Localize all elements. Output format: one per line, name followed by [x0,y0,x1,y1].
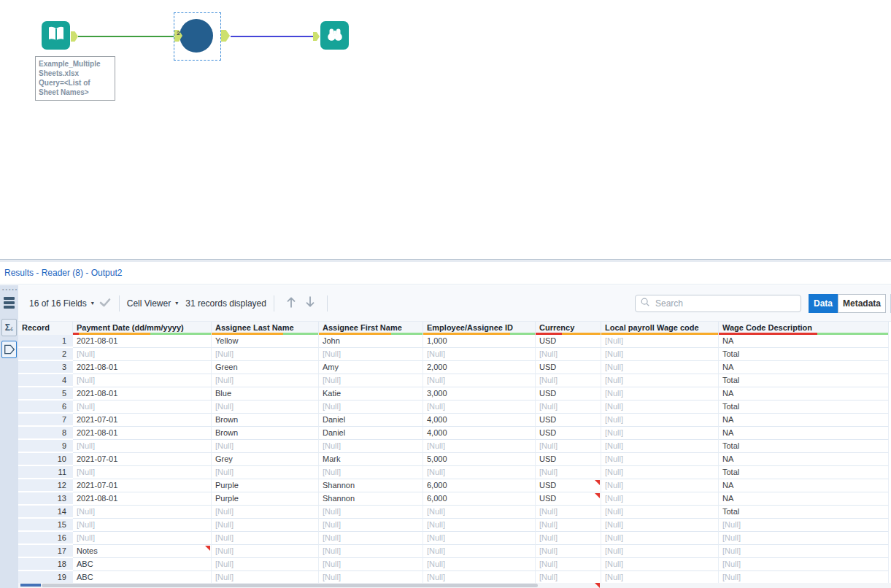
data-cell[interactable]: [Null] [319,532,423,545]
data-cell[interactable]: 2021-08-01 [73,427,212,440]
record-number-cell[interactable]: 8 [18,427,73,440]
data-cell[interactable]: [Null] [601,558,719,571]
data-cell[interactable]: NA [719,414,889,427]
connection-wire-blue[interactable] [231,36,313,37]
record-number-cell[interactable]: 13 [18,492,73,506]
data-cell[interactable]: [Null] [73,348,212,361]
data-cell[interactable]: Green [212,361,319,374]
browse-tool[interactable] [320,21,349,50]
data-cell[interactable]: 4,000 [423,414,536,427]
data-cell[interactable]: [Null] [212,532,319,545]
data-cell[interactable]: [Null] [423,558,536,571]
data-cell[interactable]: [Null] [536,348,601,361]
data-cell[interactable]: USD [536,335,601,348]
data-cell[interactable]: [Null] [601,374,719,387]
data-cell[interactable]: 2021-07-01 [73,414,212,427]
table-row[interactable]: 6[Null][Null][Null][Null][Null][Null]Tot… [18,401,891,414]
data-cell[interactable]: Daniel [319,414,423,427]
data-cell[interactable]: [Null] [319,440,423,453]
scrollbar-thumb[interactable] [42,584,538,587]
data-cell[interactable]: [Null] [536,374,601,387]
column-header[interactable]: Payment Date (dd/mm/yyyy) [73,322,212,335]
data-cell[interactable]: NA [719,479,889,492]
data-cell[interactable]: NA [719,387,889,401]
data-cell[interactable]: [Null] [319,374,423,387]
table-row[interactable]: 52021-08-01BlueKatie3,000USD[Null]NA [18,387,891,401]
data-cell[interactable]: 3,000 [423,387,536,401]
data-cell[interactable]: [Null] [423,348,536,361]
data-cell[interactable]: [Null] [212,506,319,519]
data-cell[interactable]: 2021-08-01 [73,335,212,348]
data-cell[interactable]: USD [536,414,601,427]
record-number-cell[interactable]: 11 [18,466,73,479]
data-cell[interactable]: Yellow [212,335,319,348]
data-cell[interactable]: John [319,335,423,348]
table-row[interactable]: 17Notes[Null][Null][Null][Null][Null][Nu… [18,545,891,558]
record-number-cell[interactable]: 10 [18,453,73,466]
data-cell[interactable]: [Null] [601,545,719,558]
data-cell[interactable]: [Null] [601,479,719,492]
data-cell[interactable]: 1,000 [423,335,536,348]
data-cell[interactable]: Total [719,506,889,519]
table-row[interactable]: 9[Null][Null][Null][Null][Null][Null]Tot… [18,440,891,453]
column-header[interactable]: Assignee First Name [319,322,423,335]
data-cell[interactable]: USD [536,387,601,401]
table-row[interactable]: 2[Null][Null][Null][Null][Null][Null]Tot… [18,348,891,361]
data-cell[interactable]: USD [536,492,601,506]
record-number-cell[interactable]: 17 [18,545,73,558]
data-cell[interactable]: Katie [319,387,423,401]
data-cell[interactable]: [Null] [212,440,319,453]
column-header[interactable]: Wage Code Description [719,322,889,335]
search-input[interactable] [654,298,796,309]
data-cell[interactable]: NA [719,453,889,466]
data-cell[interactable]: Brown [212,414,319,427]
table-row[interactable]: 11[Null][Null][Null][Null][Null][Null]To… [18,466,891,479]
data-cell[interactable]: [Null] [73,440,212,453]
data-cell[interactable]: Purple [212,492,319,506]
horizontal-scrollbar[interactable] [18,583,891,588]
table-view-icon[interactable] [1,294,17,312]
data-cell[interactable]: [Null] [73,519,212,532]
data-cell[interactable]: [Null] [536,466,601,479]
data-cell[interactable]: [Null] [319,519,423,532]
down-arrow-icon[interactable] [304,295,317,311]
table-row[interactable]: 12021-08-01YellowJohn1,000USD[Null]NA [18,335,891,348]
data-cell[interactable]: [Null] [319,401,423,414]
data-cell[interactable]: [Null] [212,519,319,532]
data-cell[interactable]: [Null] [212,466,319,479]
data-cell[interactable]: [Null] [719,519,889,532]
data-cell[interactable]: [Null] [719,558,889,571]
data-cell[interactable]: [Null] [319,558,423,571]
data-cell[interactable]: [Null] [601,440,719,453]
record-number-cell[interactable]: 18 [18,558,73,571]
data-cell[interactable]: [Null] [601,506,719,519]
record-number-cell[interactable]: 6 [18,401,73,414]
up-arrow-icon[interactable] [285,295,298,311]
data-cell[interactable]: [Null] [73,532,212,545]
data-cell[interactable]: [Null] [423,374,536,387]
table-row[interactable]: 18ABC[Null][Null][Null][Null][Null][Null… [18,558,891,571]
column-header[interactable]: Currency [536,322,601,335]
search-box[interactable] [635,295,801,312]
data-cell[interactable]: Total [719,440,889,453]
data-cell[interactable]: [Null] [536,532,601,545]
data-cell[interactable]: Daniel [319,427,423,440]
table-row[interactable]: 4[Null][Null][Null][Null][Null][Null]Tot… [18,374,891,387]
data-cell[interactable]: USD [536,479,601,492]
data-cell[interactable]: [Null] [319,506,423,519]
data-cell[interactable]: Total [719,466,889,479]
data-cell[interactable]: USD [536,427,601,440]
data-cell[interactable]: 2021-07-01 [73,479,212,492]
data-cell[interactable]: [Null] [423,532,536,545]
input-data-tool[interactable] [42,21,70,50]
data-cell[interactable]: Blue [212,387,319,401]
data-cell[interactable]: [Null] [212,374,319,387]
data-cell[interactable]: 2021-08-01 [73,387,212,401]
macro-output-anchor[interactable] [221,30,230,42]
data-cell[interactable]: [Null] [423,545,536,558]
data-cell[interactable]: 2021-08-01 [73,492,212,506]
record-number-cell[interactable]: 14 [18,506,73,519]
data-cell[interactable]: [Null] [536,558,601,571]
tab-metadata[interactable]: Metadata [838,294,886,313]
data-cell[interactable]: Mark [319,453,423,466]
